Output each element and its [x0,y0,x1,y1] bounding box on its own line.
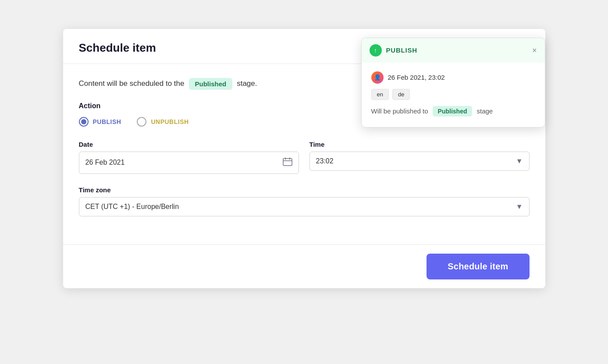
popup-title: PUBLISH [386,46,417,54]
publish-radio-label: PUBLISH [93,118,121,125]
date-time-row: Date 26 Feb 2021 [79,141,530,174]
schedule-item-button[interactable]: Schedule item [427,254,529,279]
popup-date-row: 👤 26 Feb 2021, 23:02 [371,71,535,84]
unpublish-radio-circle [137,117,146,127]
date-label: Date [79,141,299,148]
description-before: Content will be scheduled to the [79,79,185,88]
popup-publish-row: Will be published to Published stage [371,106,535,117]
date-group: Date 26 Feb 2021 [79,141,299,174]
popup-header: ↑ PUBLISH × [362,38,545,63]
time-select-wrapper[interactable]: 23:02 ▼ [309,152,530,171]
publish-up-arrow: ↑ [374,47,377,54]
date-value: 26 Feb 2021 [85,159,283,166]
timezone-select-wrapper[interactable]: CET (UTC +1) - Europe/Berlin ▼ [79,197,530,216]
modal-backdrop: Schedule item ↑ PUBLISH × [41,29,567,336]
timezone-chevron-icon: ▼ [516,203,523,211]
locale-tag-de: de [392,89,410,100]
modal-body: ↑ PUBLISH × 👤 26 Feb 2021, 23:02 en [63,64,545,244]
unpublish-radio-option[interactable]: UNPUBLISH [137,117,188,127]
timezone-section: Time zone CET (UTC +1) - Europe/Berlin ▼ [79,186,530,216]
publish-radio-option[interactable]: PUBLISH [79,117,121,127]
chevron-down-icon: ▼ [516,157,523,165]
modal-card: Schedule item ↑ PUBLISH × [63,29,545,288]
popup-body: 👤 26 Feb 2021, 23:02 en de Will be publi… [371,70,535,118]
locale-tags: en de [371,89,535,100]
locale-tag-en: en [371,89,389,100]
stage-badge: Published [189,78,233,90]
svg-rect-0 [283,159,292,166]
popup-header-left: ↑ PUBLISH [370,44,417,57]
publish-popup: ↑ PUBLISH × 👤 26 Feb 2021, 23:02 en [361,38,545,127]
publish-radio-circle [79,117,89,127]
calendar-icon [283,157,292,168]
publish-radio-inner [81,119,86,124]
avatar: 👤 [371,71,384,84]
time-label: Time [309,141,530,148]
unpublish-radio-label: UNPUBLISH [151,118,188,125]
timezone-value: CET (UTC +1) - Europe/Berlin [85,203,516,211]
popup-date: 26 Feb 2021, 23:02 [388,74,445,81]
popup-publish-text-before: Will be published to [371,107,428,115]
avatar-icon: 👤 [374,74,381,81]
popup-stage-badge: Published [433,106,473,117]
timezone-label: Time zone [79,186,530,194]
time-value: 23:02 [316,157,516,165]
modal-footer: Schedule item [63,244,545,288]
publish-icon: ↑ [370,44,382,57]
popup-close-button[interactable]: × [532,46,537,54]
description-after: stage. [237,79,257,88]
time-group: Time 23:02 ▼ [309,141,530,174]
popup-publish-text-after: stage [476,107,493,115]
date-input-wrapper[interactable]: 26 Feb 2021 [79,152,299,174]
